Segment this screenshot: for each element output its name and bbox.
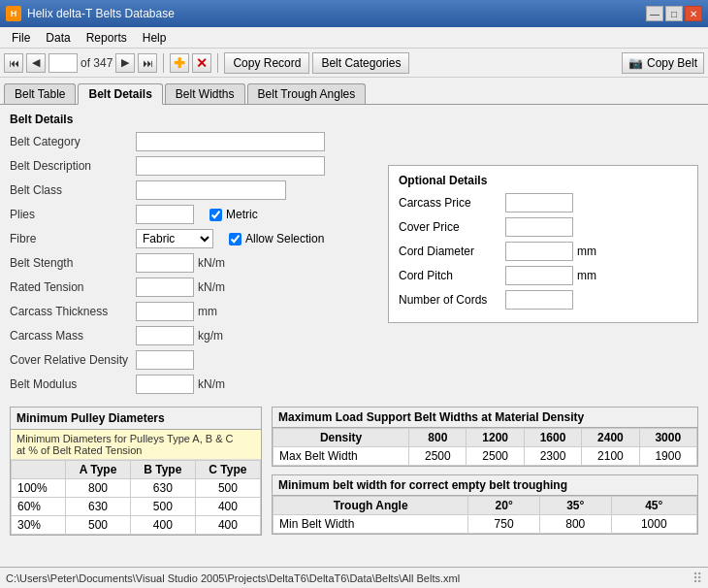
cover-price-input[interactable]: $0.00 [505,217,573,237]
tab-belt-widths[interactable]: Belt Widths [165,83,245,104]
num-cords-label: Number of Cords [399,293,505,307]
tab-belt-details[interactable]: Belt Details [78,83,162,105]
window-title: Helix delta-T Belts Database [27,7,175,20]
trough-angle-header: Trough Angle [274,497,468,515]
belt-category-input[interactable]: Apex CoalMaster [136,132,325,151]
trough-35-header: 35° [539,497,611,515]
min-belt-width-35: 800 [539,515,611,534]
close-button[interactable]: ✕ [685,6,702,21]
cord-diameter-label: Cord Diameter [399,245,505,258]
cord-diameter-unit: mm [577,245,596,258]
min-pulley-title: Minimum Pulley Diameters [11,408,261,430]
pulley-row-2-a: 630 [66,498,131,516]
belt-categories-button[interactable]: Belt Categories [312,52,409,74]
copy-belt-label: Copy Belt [647,56,697,70]
copy-belt-button[interactable]: 📷 Copy Belt [622,52,704,74]
rated-tension-row: Rated Tension 140 kN/m [10,278,378,297]
first-record-button[interactable]: ⏮ [4,53,23,73]
belt-description-label: Belt Description [10,159,136,173]
bottom-section: Minimum Pulley Diameters Minimum Diamete… [10,407,698,536]
carcass-mass-input[interactable]: 11.7 [136,326,194,345]
record-count-label: of 347 [80,56,113,70]
belt-class-input[interactable]: PN1250/4 [136,180,286,200]
carcass-thickness-label: Carcass Thickness [10,305,136,318]
num-cords-input[interactable]: 0 [505,290,573,310]
right-column: Optional Details Carcass Price $0.00 Cov… [388,113,698,399]
maximize-button[interactable]: □ [665,6,683,21]
tab-belt-trough-angles[interactable]: Belt Trough Angles [247,83,367,104]
status-path: C:\Users\Peter\Documents\Visual Studio 2… [6,572,460,584]
density-col-2400: 2400 [582,429,639,447]
carcass-price-row: Carcass Price $0.00 [399,193,688,212]
minimize-button[interactable]: — [646,6,663,21]
belt-description-input[interactable]: PN300-315 plain weave [136,156,325,176]
max-load-title: Maximum Load Support Belt Widths at Mate… [273,408,697,428]
belt-class-label: Belt Class [10,183,136,197]
cord-diameter-input[interactable]: 0 [505,242,573,261]
menu-file[interactable]: File [4,29,38,47]
right-bottom: Maximum Load Support Belt Widths at Mate… [272,407,698,536]
toolbar: ⏮ ◀ 9 of 347 ▶ ⏭ ✚ ✕ Copy Record Belt Ca… [0,49,708,78]
density-col-800: 800 [409,429,467,447]
resize-grip: ⠿ [692,571,702,586]
copy-record-button[interactable]: Copy Record [224,52,309,74]
metric-checkbox[interactable] [209,209,222,221]
camera-icon: 📷 [628,56,643,70]
record-number-input[interactable]: 9 [48,53,78,73]
min-belt-table: Trough Angle 20° 35° 45° Min Belt Width … [273,496,697,534]
plies-label: Plies [10,208,136,221]
fibre-select[interactable]: Fabric Steel Aramid [136,229,213,248]
table-row: Min Belt Width 750 800 1000 [274,515,697,534]
cover-density-row: Cover Relative Density 1.4 [10,350,378,370]
table-row: Max Belt Width 2500 2500 2300 2100 1900 [274,447,697,466]
density-col-3000: 3000 [639,429,696,447]
carcass-mass-unit: kg/m [198,329,223,343]
min-pulley-note-line1: Minimum Diameters for Pulleys Type A, B … [16,433,234,444]
tab-belt-table[interactable]: Belt Table [4,83,76,104]
pulley-row-1-a: 800 [66,479,131,498]
cover-density-label: Cover Relative Density [10,353,136,367]
carcass-thickness-unit: mm [198,305,217,318]
next-record-button[interactable]: ▶ [115,53,135,73]
rated-tension-input[interactable]: 140 [136,278,194,297]
min-belt-width-label: Min Belt Width [274,515,468,534]
delete-record-button[interactable]: ✕ [192,53,211,73]
pulley-table: A Type B Type C Type 100% 800 630 500 60… [11,460,261,535]
main-content: Belt Details Belt Category Apex CoalMast… [0,105,708,567]
carcass-price-input[interactable]: $0.00 [505,193,573,212]
add-record-button[interactable]: ✚ [170,53,189,73]
belt-strength-input[interactable]: 1250 [136,253,194,273]
belt-strength-unit: kN/m [198,256,225,270]
min-pulley-note: Minimum Diameters for Pulleys Type A, B … [11,430,261,460]
max-load-box: Maximum Load Support Belt Widths at Mate… [272,407,698,467]
cord-diameter-row: Cord Diameter 0 mm [399,242,688,261]
pulley-row-1-c: 500 [195,479,260,498]
window-controls: — □ ✕ [646,6,702,21]
optional-details-title: Optional Details [399,174,688,187]
carcass-thickness-input[interactable]: 7.4 [136,302,194,321]
max-belt-width-3000: 1900 [639,447,696,466]
pulley-col-a: A Type [66,461,131,479]
plies-input[interactable]: 4 [136,205,194,224]
belt-category-label: Belt Category [10,135,136,148]
pulley-col-b: B Type [130,461,195,479]
pulley-row-3-c: 400 [195,516,260,535]
cover-price-label: Cover Price [399,220,505,234]
metric-checkbox-row: Metric [209,208,258,221]
allow-selection-row: Allow Selection [229,232,324,245]
min-belt-box: Minimum belt width for correct empty bel… [272,474,698,535]
prev-record-button[interactable]: ◀ [26,53,46,73]
density-table: Density 800 1200 1600 2400 3000 Max Belt… [273,428,697,466]
belt-modulus-input[interactable]: 12000 [136,375,194,394]
menu-help[interactable]: Help [135,29,175,47]
cord-pitch-input[interactable]: 0 [505,266,573,285]
menu-data[interactable]: Data [38,29,78,47]
max-belt-width-2400: 2100 [582,447,639,466]
delete-icon: ✕ [196,55,208,71]
max-belt-width-1600: 2300 [524,447,581,466]
allow-selection-checkbox[interactable] [229,233,241,245]
last-record-button[interactable]: ⏭ [138,53,157,73]
menu-reports[interactable]: Reports [79,29,135,47]
trough-20-header: 20° [468,497,540,515]
cover-density-input[interactable]: 1.4 [136,350,194,370]
